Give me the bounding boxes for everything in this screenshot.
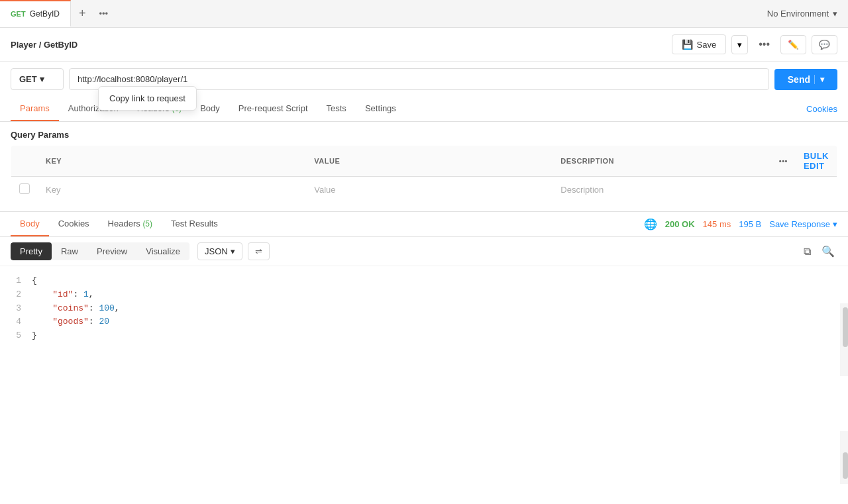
description-cell[interactable]: Description <box>553 177 771 203</box>
resp-tab-headers[interactable]: Headers (5) <box>99 212 162 236</box>
save-button[interactable]: 💾 Save <box>672 34 727 54</box>
code-line-3: 3 "coins": 100, <box>11 302 837 316</box>
status-size: 195 B <box>739 219 761 229</box>
status-code: 200 OK <box>665 219 695 229</box>
line-content-1: { <box>32 274 837 288</box>
bulk-edit-header: Bulk Edit <box>796 146 837 177</box>
save-response-chevron-down-icon: ▾ <box>833 219 837 229</box>
resp-headers-badge: (5) <box>142 219 152 228</box>
code-line-2: 2 "id": 1, <box>11 288 837 302</box>
breadcrumb-parent: Player <box>11 40 36 50</box>
line-content-5: } <box>32 329 837 343</box>
request-header: Player / GetByID 💾 Save ▾ ••• ✏️ 💬 <box>0 28 848 62</box>
cookies-label: Cookies <box>806 104 837 114</box>
vertical-scrollbar[interactable] <box>840 303 848 376</box>
code-line-1: 1 { <box>11 274 837 288</box>
col-description-header: DESCRIPTION <box>553 146 771 177</box>
method-dropdown[interactable]: GET ▾ <box>11 68 64 90</box>
tab-pre-request-label: Pre-request Script <box>238 103 308 113</box>
tab-pre-request[interactable]: Pre-request Script <box>229 97 317 121</box>
method-label: GET <box>19 74 37 84</box>
status-time: 145 ms <box>703 219 731 229</box>
save-response-button[interactable]: Save Response ▾ <box>769 219 837 229</box>
bulk-edit-button[interactable]: Bulk Edit <box>804 151 829 171</box>
code-line-5: 5 } <box>11 329 837 343</box>
copy-button[interactable]: ⧉ <box>801 242 814 260</box>
resp-tab-headers-label: Headers <box>108 219 140 228</box>
resp-tab-body[interactable]: Body <box>11 212 49 236</box>
line-num-3: 3 <box>11 302 32 316</box>
line-content-4: "goods": 20 <box>32 315 837 329</box>
table-row: Key Value Description <box>11 177 837 203</box>
format-pretty-button[interactable]: Pretty <box>11 242 52 260</box>
line-content-2: "id": 1, <box>32 288 837 302</box>
send-label: Send <box>788 74 810 85</box>
line-num-1: 1 <box>11 274 32 288</box>
save-icon: 💾 <box>682 39 693 50</box>
code-line-4: 4 "goods": 20 <box>11 315 837 329</box>
tab-label: GetByID <box>30 9 60 19</box>
row-checkbox <box>11 177 38 203</box>
header-more-button[interactable]: ••• <box>753 36 775 53</box>
tab-tests[interactable]: Tests <box>317 97 356 121</box>
bottom-scroll-track[interactable] <box>840 431 848 484</box>
save-response-label: Save Response <box>769 219 830 229</box>
resp-tab-body-label: Body <box>20 219 40 228</box>
tab-settings[interactable]: Settings <box>356 97 405 121</box>
response-status: 🌐 200 OK 145 ms 195 B Save Response ▾ <box>644 218 837 230</box>
key-placeholder: Key <box>46 185 60 195</box>
edit-button[interactable]: ✏️ <box>780 35 806 54</box>
format-preview-button[interactable]: Preview <box>87 242 136 260</box>
resp-toolbar-right: ⧉ 🔍 <box>801 242 837 260</box>
comment-button[interactable]: 💬 <box>812 35 837 54</box>
params-table: KEY VALUE DESCRIPTION ••• Bulk Edit Key … <box>11 145 837 203</box>
line-num-4: 4 <box>11 315 32 329</box>
save-chevron-button[interactable]: ▾ <box>731 35 748 54</box>
copy-icon: ⧉ <box>804 246 811 257</box>
key-cell[interactable]: Key <box>38 177 306 203</box>
send-button[interactable]: Send ▾ <box>774 69 837 90</box>
bottom-scroll-thumb <box>843 452 848 479</box>
tab-get-by-id[interactable]: GET GetByID <box>0 0 71 27</box>
tooltip-label: Copy link to request <box>109 93 186 103</box>
environment-selector[interactable]: No Environment ▾ <box>757 9 848 19</box>
save-label: Save <box>697 40 717 50</box>
globe-icon: 🌐 <box>644 218 657 230</box>
col-key-header: KEY <box>38 146 306 177</box>
response-tabs: Body Cookies Headers (5) Test Results 🌐 … <box>0 212 848 237</box>
comment-icon: 💬 <box>819 40 830 50</box>
format-raw-button[interactable]: Raw <box>52 242 87 260</box>
line-num-2: 2 <box>11 288 32 302</box>
tab-add-button[interactable]: + <box>71 0 94 27</box>
tab-params[interactable]: Params <box>11 97 59 121</box>
header-actions: 💾 Save ▾ ••• ✏️ 💬 <box>672 34 837 54</box>
json-label: JSON <box>205 246 228 256</box>
tab-params-label: Params <box>20 103 50 113</box>
query-params-section: Query Params KEY VALUE DESCRIPTION ••• B… <box>0 122 848 203</box>
resp-tab-cookies[interactable]: Cookies <box>49 212 99 236</box>
format-group: Pretty Raw Preview Visualize <box>11 242 189 260</box>
resp-tab-test-results[interactable]: Test Results <box>162 212 227 236</box>
breadcrumb: Player / GetByID <box>11 40 672 50</box>
send-chevron-down-icon: ▾ <box>814 75 824 84</box>
resp-tab-cookies-label: Cookies <box>58 219 89 228</box>
value-cell[interactable]: Value <box>306 177 553 203</box>
search-icon: 🔍 <box>822 246 835 257</box>
tab-more-button[interactable]: ••• <box>94 0 114 27</box>
format-visualize-button[interactable]: Visualize <box>136 242 189 260</box>
tab-method-badge: GET <box>11 10 26 18</box>
cookies-link[interactable]: Cookies <box>806 97 837 121</box>
col-value-header: VALUE <box>306 146 553 177</box>
json-selector[interactable]: JSON ▾ <box>197 242 242 260</box>
col-more-header: ••• <box>771 146 796 177</box>
tab-bar: GET GetByID + ••• No Environment ▾ <box>0 0 848 28</box>
code-viewer: 1 { 2 "id": 1, 3 "coins": 100, 4 "goods"… <box>0 266 848 351</box>
tab-settings-label: Settings <box>365 103 396 113</box>
pencil-icon: ✏️ <box>788 40 799 50</box>
search-button[interactable]: 🔍 <box>819 242 837 260</box>
wrap-button[interactable]: ⇌ <box>248 242 270 260</box>
env-chevron-down-icon: ▾ <box>833 9 837 19</box>
description-placeholder: Description <box>560 185 604 195</box>
json-chevron-down-icon: ▾ <box>231 246 235 256</box>
row-bulk <box>796 177 837 203</box>
